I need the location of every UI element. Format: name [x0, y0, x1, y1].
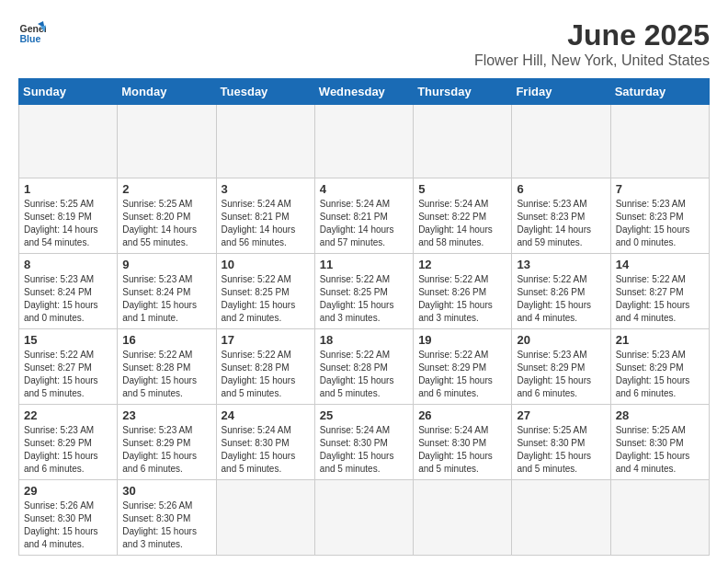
day-info: Sunrise: 5:22 AMSunset: 8:26 PMDaylight:…: [517, 273, 605, 325]
day-info: Sunrise: 5:22 AMSunset: 8:28 PMDaylight:…: [320, 349, 408, 400]
table-row: [314, 480, 413, 556]
day-info: Sunrise: 5:23 AMSunset: 8:24 PMDaylight:…: [24, 273, 112, 325]
calendar-table: Sunday Monday Tuesday Wednesday Thursday…: [18, 78, 710, 556]
table-row: 3Sunrise: 5:24 AMSunset: 8:21 PMDaylight…: [216, 178, 314, 254]
table-row: [414, 480, 512, 556]
logo-icon: General Blue: [18, 18, 46, 46]
logo: General Blue: [18, 18, 46, 46]
day-number: 25: [320, 408, 408, 422]
calendar-subtitle: Flower Hill, New York, United States: [474, 52, 710, 69]
day-info: Sunrise: 5:23 AMSunset: 8:29 PMDaylight:…: [24, 424, 112, 476]
table-row: [610, 480, 709, 556]
table-row: 12Sunrise: 5:22 AMSunset: 8:26 PMDayligh…: [414, 254, 512, 329]
col-monday: Monday: [118, 79, 216, 105]
table-row: 15Sunrise: 5:22 AMSunset: 8:27 PMDayligh…: [19, 329, 118, 405]
table-row: 14Sunrise: 5:22 AMSunset: 8:27 PMDayligh…: [610, 254, 709, 329]
day-info: Sunrise: 5:23 AMSunset: 8:23 PMDaylight:…: [517, 198, 605, 249]
day-number: 10: [222, 258, 310, 271]
col-thursday: Thursday: [414, 79, 512, 105]
table-row: 11Sunrise: 5:22 AMSunset: 8:25 PMDayligh…: [314, 254, 413, 329]
day-number: 14: [616, 258, 704, 271]
day-info: Sunrise: 5:24 AMSunset: 8:21 PMDaylight:…: [222, 198, 310, 249]
day-number: 30: [122, 484, 210, 498]
table-row: 23Sunrise: 5:23 AMSunset: 8:29 PMDayligh…: [118, 405, 216, 480]
table-row: [610, 105, 709, 178]
day-info: Sunrise: 5:23 AMSunset: 8:29 PMDaylight:…: [122, 424, 210, 476]
day-info: Sunrise: 5:23 AMSunset: 8:23 PMDaylight:…: [616, 198, 704, 249]
day-number: 21: [616, 333, 704, 347]
day-info: Sunrise: 5:24 AMSunset: 8:22 PMDaylight:…: [418, 198, 506, 249]
table-row: [19, 105, 118, 178]
table-row: 29Sunrise: 5:26 AMSunset: 8:30 PMDayligh…: [19, 480, 118, 556]
day-info: Sunrise: 5:24 AMSunset: 8:30 PMDaylight:…: [222, 424, 310, 476]
day-number: 9: [122, 258, 210, 271]
col-sunday: Sunday: [19, 79, 118, 105]
day-info: Sunrise: 5:22 AMSunset: 8:27 PMDaylight:…: [616, 273, 704, 325]
day-info: Sunrise: 5:25 AMSunset: 8:30 PMDaylight:…: [517, 424, 605, 476]
table-row: [216, 480, 314, 556]
table-row: 8Sunrise: 5:23 AMSunset: 8:24 PMDaylight…: [19, 254, 118, 329]
col-friday: Friday: [512, 79, 610, 105]
calendar-header-row: Sunday Monday Tuesday Wednesday Thursday…: [19, 79, 710, 105]
calendar-week-row: 1Sunrise: 5:25 AMSunset: 8:19 PMDaylight…: [19, 178, 710, 254]
day-info: Sunrise: 5:22 AMSunset: 8:28 PMDaylight:…: [122, 349, 210, 400]
day-info: Sunrise: 5:22 AMSunset: 8:29 PMDaylight:…: [418, 349, 506, 400]
day-number: 24: [222, 408, 310, 422]
table-row: 7Sunrise: 5:23 AMSunset: 8:23 PMDaylight…: [610, 178, 709, 254]
table-row: 2Sunrise: 5:25 AMSunset: 8:20 PMDaylight…: [118, 178, 216, 254]
day-number: 29: [24, 484, 112, 498]
day-number: 26: [418, 408, 506, 422]
table-row: 16Sunrise: 5:22 AMSunset: 8:28 PMDayligh…: [118, 329, 216, 405]
calendar-week-row: 22Sunrise: 5:23 AMSunset: 8:29 PMDayligh…: [19, 405, 710, 480]
table-row: 26Sunrise: 5:24 AMSunset: 8:30 PMDayligh…: [414, 405, 512, 480]
calendar-week-row: [19, 105, 710, 178]
day-info: Sunrise: 5:22 AMSunset: 8:28 PMDaylight:…: [222, 349, 310, 400]
table-row: 13Sunrise: 5:22 AMSunset: 8:26 PMDayligh…: [512, 254, 610, 329]
day-info: Sunrise: 5:23 AMSunset: 8:29 PMDaylight:…: [517, 349, 605, 400]
day-number: 1: [24, 182, 112, 196]
col-saturday: Saturday: [610, 79, 709, 105]
day-number: 2: [122, 182, 210, 196]
title-area: June 2025 Flower Hill, New York, United …: [474, 18, 710, 69]
day-info: Sunrise: 5:25 AMSunset: 8:30 PMDaylight:…: [616, 424, 704, 476]
calendar-week-row: 29Sunrise: 5:26 AMSunset: 8:30 PMDayligh…: [19, 480, 710, 556]
day-info: Sunrise: 5:24 AMSunset: 8:21 PMDaylight:…: [320, 198, 408, 249]
table-row: 27Sunrise: 5:25 AMSunset: 8:30 PMDayligh…: [512, 405, 610, 480]
day-info: Sunrise: 5:22 AMSunset: 8:25 PMDaylight:…: [222, 273, 310, 325]
day-info: Sunrise: 5:22 AMSunset: 8:26 PMDaylight:…: [418, 273, 506, 325]
table-row: 30Sunrise: 5:26 AMSunset: 8:30 PMDayligh…: [118, 480, 216, 556]
day-info: Sunrise: 5:25 AMSunset: 8:19 PMDaylight:…: [24, 198, 112, 249]
table-row: 22Sunrise: 5:23 AMSunset: 8:29 PMDayligh…: [19, 405, 118, 480]
day-info: Sunrise: 5:23 AMSunset: 8:24 PMDaylight:…: [122, 273, 210, 325]
day-number: 28: [616, 408, 704, 422]
day-info: Sunrise: 5:25 AMSunset: 8:20 PMDaylight:…: [122, 198, 210, 249]
day-number: 18: [320, 333, 408, 347]
table-row: 25Sunrise: 5:24 AMSunset: 8:30 PMDayligh…: [314, 405, 413, 480]
day-number: 15: [24, 333, 112, 347]
day-number: 20: [517, 333, 605, 347]
calendar-week-row: 8Sunrise: 5:23 AMSunset: 8:24 PMDaylight…: [19, 254, 710, 329]
svg-text:Blue: Blue: [20, 33, 41, 44]
table-row: 24Sunrise: 5:24 AMSunset: 8:30 PMDayligh…: [216, 405, 314, 480]
day-number: 4: [320, 182, 408, 196]
table-row: [314, 105, 413, 178]
day-number: 22: [24, 408, 112, 422]
day-info: Sunrise: 5:24 AMSunset: 8:30 PMDaylight:…: [418, 424, 506, 476]
day-number: 27: [517, 408, 605, 422]
day-number: 6: [517, 182, 605, 196]
table-row: 5Sunrise: 5:24 AMSunset: 8:22 PMDaylight…: [414, 178, 512, 254]
day-number: 23: [122, 408, 210, 422]
table-row: 28Sunrise: 5:25 AMSunset: 8:30 PMDayligh…: [610, 405, 709, 480]
table-row: [118, 105, 216, 178]
day-number: 16: [122, 333, 210, 347]
table-row: 6Sunrise: 5:23 AMSunset: 8:23 PMDaylight…: [512, 178, 610, 254]
calendar-title: June 2025: [474, 18, 710, 52]
table-row: 4Sunrise: 5:24 AMSunset: 8:21 PMDaylight…: [314, 178, 413, 254]
day-number: 3: [222, 182, 310, 196]
day-info: Sunrise: 5:22 AMSunset: 8:25 PMDaylight:…: [320, 273, 408, 325]
table-row: 21Sunrise: 5:23 AMSunset: 8:29 PMDayligh…: [610, 329, 709, 405]
day-info: Sunrise: 5:26 AMSunset: 8:30 PMDaylight:…: [24, 500, 112, 551]
table-row: [512, 480, 610, 556]
col-tuesday: Tuesday: [216, 79, 314, 105]
calendar-week-row: 15Sunrise: 5:22 AMSunset: 8:27 PMDayligh…: [19, 329, 710, 405]
